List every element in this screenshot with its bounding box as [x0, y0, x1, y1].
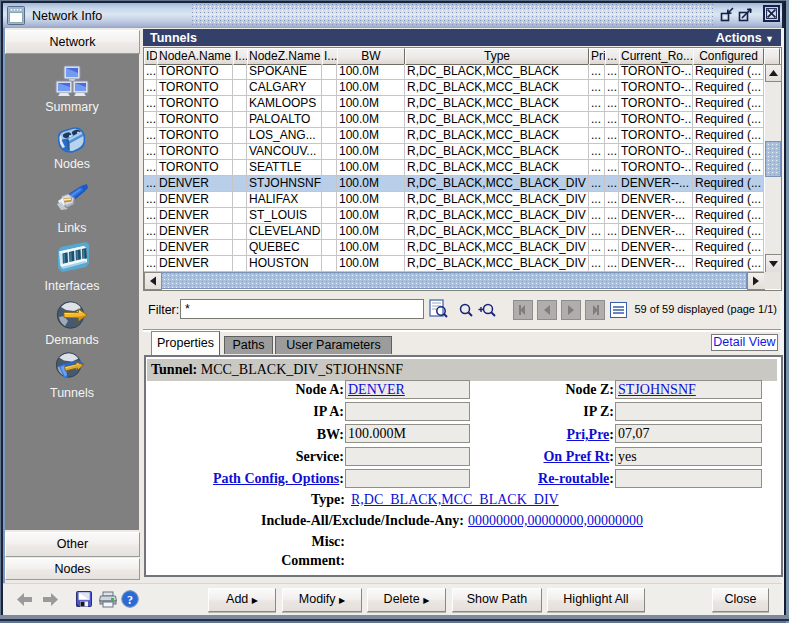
svg-text:?: ?	[127, 593, 133, 607]
